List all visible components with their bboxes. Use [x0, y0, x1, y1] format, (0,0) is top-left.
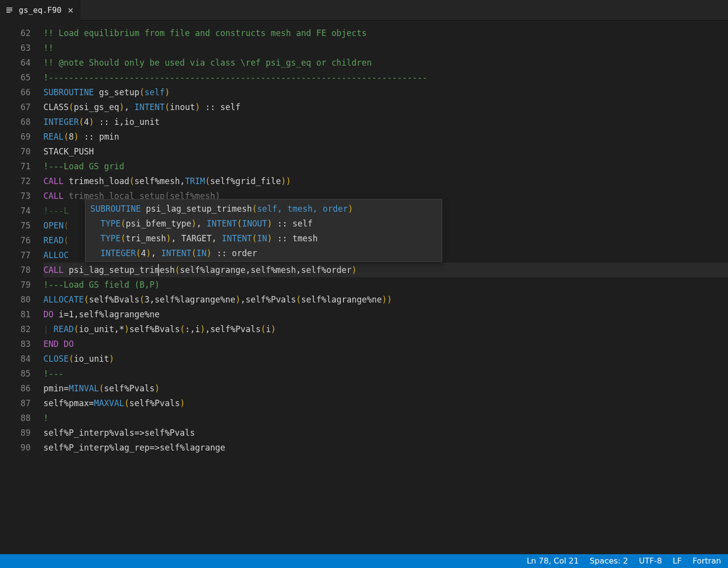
line-number: 75 — [0, 218, 31, 233]
text: :: pmin — [79, 132, 119, 142]
keyword: TYPE — [100, 219, 120, 228]
ident: self%Pvals — [104, 383, 154, 393]
ident: self%grid_file — [210, 176, 281, 186]
ident: ,self%Pvals — [240, 295, 296, 304]
file-tab[interactable]: gs_eq.F90 — [0, 0, 80, 21]
keyword: SUBROUTINE — [43, 87, 94, 97]
comment: !---------------------------------------… — [43, 73, 427, 82]
ident: self%mesh, — [134, 176, 185, 186]
line-number: 85 — [0, 366, 31, 381]
ident: inout — [170, 102, 195, 112]
paren: ( — [99, 383, 104, 393]
paren: ( — [252, 233, 257, 243]
line-number: 65 — [0, 70, 31, 85]
line-number: 73 — [0, 189, 31, 203]
paren: ( — [296, 295, 301, 304]
text: , TARGET, — [171, 233, 222, 243]
line-number: 80 — [0, 292, 31, 307]
paren: ) — [146, 248, 151, 258]
paren: ) — [192, 219, 196, 228]
ident: i — [266, 324, 270, 334]
status-encoding[interactable]: UTF-8 — [639, 554, 662, 568]
paren: ( — [124, 398, 129, 408]
paren: ( — [120, 233, 125, 243]
comment: !---Load GS grid — [43, 161, 124, 171]
tab-bar: gs_eq.F90 — [0, 0, 728, 21]
paren: ( — [180, 324, 185, 334]
paren: ( — [120, 219, 125, 228]
builtin: TRIM — [185, 176, 205, 186]
status-line-col[interactable]: Ln 78, Col 21 — [527, 554, 579, 568]
keyword: CLOSE — [43, 354, 69, 364]
sig-name: psi_lag_setup_trimesh — [141, 204, 252, 214]
ident: self%pmax= — [43, 398, 94, 408]
close-icon[interactable] — [67, 6, 75, 14]
keyword: ALLOC — [43, 250, 69, 260]
keyword: OPEN — [43, 221, 64, 230]
line-number: 74 — [0, 203, 31, 218]
code-text: self%P_interp%vals=>self%Pvals — [43, 428, 195, 438]
builtin: MINVAL — [69, 383, 99, 393]
ident: self%Bvals — [129, 324, 180, 334]
file-icon — [5, 6, 14, 15]
editor-area[interactable]: 6263646566676869707172737475767778798081… — [0, 21, 728, 554]
num: 4 — [84, 117, 89, 127]
ident: psi_bfem_type — [126, 219, 192, 228]
paren: ( — [165, 102, 170, 112]
line-number: 71 — [0, 159, 31, 174]
paren: ) — [235, 295, 240, 304]
status-language[interactable]: Fortran — [692, 554, 721, 568]
fn-selected: psi_lag_setup_t — [69, 265, 145, 275]
paren: ) — [165, 87, 170, 97]
code-text: self%P_interp%lag_rep=>self%lagrange — [43, 443, 225, 453]
line-number: 63 — [0, 40, 31, 55]
text: , — [124, 102, 134, 112]
args: self%lagrange,self%mesh,self%order — [180, 265, 351, 275]
ident: ,self%Pvals — [205, 324, 261, 334]
ident: INOUT — [242, 219, 267, 228]
ident: psi_gs_eq — [74, 102, 119, 112]
ident: io_unit — [74, 354, 109, 364]
code-area[interactable]: !! Load equilibrium from file and constr… — [43, 26, 728, 554]
paren: ) — [154, 383, 159, 393]
status-spaces[interactable]: Spaces: 2 — [590, 554, 628, 568]
paren: ) — [271, 324, 276, 334]
paren: ( — [252, 204, 257, 214]
status-bar: Ln 78, Col 21 Spaces: 2 UTF-8 LF Fortran — [0, 554, 728, 568]
keyword: TYPE — [100, 233, 120, 243]
paren: ) — [89, 117, 94, 127]
ident: IN — [257, 233, 267, 243]
paren: ) — [109, 354, 114, 364]
line-number: 79 — [0, 277, 31, 292]
line-number: 68 — [0, 114, 31, 129]
paren: ) — [351, 265, 356, 275]
ident: self%Bvals — [89, 295, 139, 304]
paren: ( — [192, 248, 196, 258]
keyword: READ — [43, 235, 64, 245]
line-number: 86 — [0, 381, 31, 396]
line-number: 81 — [0, 307, 31, 322]
indent — [90, 248, 100, 258]
paren: ( — [69, 102, 74, 112]
indent — [90, 219, 100, 228]
paren: ) — [195, 102, 200, 112]
indent — [90, 233, 100, 243]
line-number: 82 — [0, 322, 31, 337]
comment: !---Load GS field (B,P) — [43, 280, 159, 290]
keyword-do: DO — [43, 309, 53, 319]
builtin: MAXVAL — [94, 398, 124, 408]
status-eol[interactable]: LF — [673, 554, 682, 568]
line-number: 72 — [0, 174, 31, 189]
keyword: INTEGER — [100, 248, 136, 258]
comment: !--- — [43, 369, 64, 379]
signature-tooltip: SUBROUTINE psi_lag_setup_trimesh(self, t… — [85, 199, 442, 262]
line-number: 77 — [0, 248, 31, 263]
paren: )) — [281, 176, 291, 186]
fn-rest: rimesh — [145, 265, 175, 275]
ident: io_unit,* — [79, 324, 124, 334]
text: :: self — [200, 102, 240, 112]
keyword-call: CALL — [43, 191, 64, 201]
keyword: SUBROUTINE — [90, 204, 141, 214]
line-number: 69 — [0, 129, 31, 144]
paren: ) — [166, 233, 171, 243]
